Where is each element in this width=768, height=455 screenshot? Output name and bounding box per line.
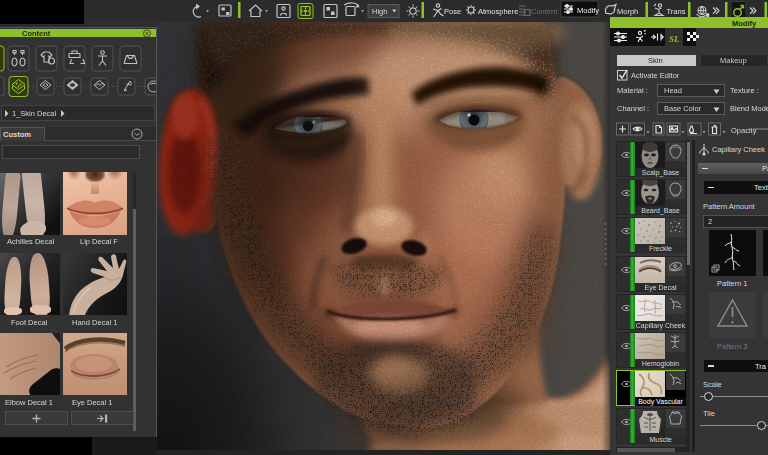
svg-text:SL: SL: [669, 34, 680, 44]
svg-text:Pose: Pose: [444, 7, 461, 16]
svg-text:Opacity: Opacity: [731, 126, 757, 135]
svg-text:Morph: Morph: [617, 7, 638, 16]
svg-text:Trans: Trans: [667, 7, 686, 16]
svg-text:Content: Content: [531, 7, 558, 16]
svg-text:High: High: [372, 7, 387, 16]
svg-text:Atmosphere: Atmosphere: [478, 7, 518, 16]
svg-text:Modify: Modify: [577, 6, 599, 15]
